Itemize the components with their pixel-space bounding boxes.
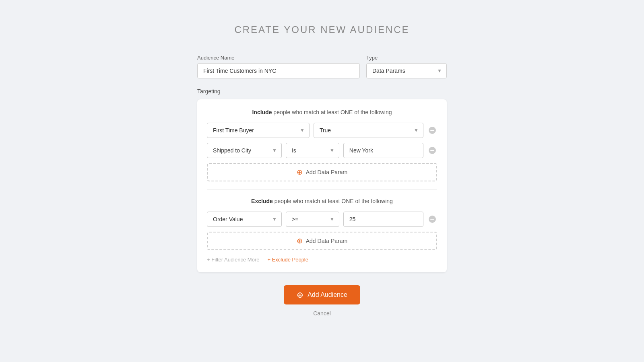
- exclude-rest: people who match at least ONE of the fol…: [273, 198, 393, 204]
- audience-name-input[interactable]: [197, 63, 360, 78]
- type-select[interactable]: Data Params CSV Upload API Sync: [366, 63, 447, 78]
- svg-rect-1: [430, 130, 434, 131]
- remove-circle-icon: [428, 146, 436, 154]
- include-rule-1: First Time Buyer Shipped to City Order V…: [207, 123, 437, 138]
- include-add-param-button[interactable]: ⊕ Add Data Param: [207, 163, 437, 181]
- include-rule-2-remove-button[interactable]: [427, 146, 437, 154]
- exclude-rule-1-param-select[interactable]: Order Value First Time Buyer Shipped to …: [207, 212, 282, 227]
- remove-circle-icon: [428, 126, 436, 134]
- targeting-footer-links: + Filter Audience More + Exclude People: [207, 257, 437, 263]
- type-label: Type: [366, 55, 447, 61]
- add-audience-button[interactable]: ⊕ Add Audience: [284, 285, 360, 304]
- remove-circle-icon: [428, 215, 436, 223]
- cancel-link[interactable]: Cancel: [313, 310, 331, 317]
- targeting-label: Targeting: [197, 88, 447, 95]
- include-rule-1-param-select[interactable]: First Time Buyer Shipped to City Order V…: [207, 123, 310, 138]
- exclude-rule-1-operator-select[interactable]: >= <= Is Is Not: [286, 212, 339, 227]
- include-rule-2: Shipped to City First Time Buyer Order V…: [207, 143, 437, 158]
- exclude-section-header: Exclude people who match at least ONE of…: [207, 198, 437, 204]
- add-audience-plus-icon: ⊕: [297, 291, 303, 299]
- include-section-header: Include people who match at least ONE of…: [207, 109, 437, 115]
- exclude-add-param-label: Add Data Param: [306, 238, 348, 244]
- exclude-rule-1: Order Value First Time Buyer Shipped to …: [207, 212, 437, 227]
- add-audience-label: Add Audience: [308, 291, 347, 298]
- include-rule-2-param-select[interactable]: Shipped to City First Time Buyer Order V…: [207, 143, 282, 158]
- exclude-add-param-plus-icon: ⊕: [297, 237, 303, 245]
- include-rule-2-value-input[interactable]: [343, 143, 423, 158]
- include-rule-1-remove-button[interactable]: [427, 126, 437, 134]
- targeting-card: Include people who match at least ONE of…: [197, 99, 447, 272]
- filter-audience-more-link[interactable]: + Filter Audience More: [207, 257, 259, 263]
- section-divider: [207, 189, 437, 190]
- exclude-add-param-button[interactable]: ⊕ Add Data Param: [207, 232, 437, 250]
- include-add-param-label: Add Data Param: [306, 169, 348, 175]
- actions-container: ⊕ Add Audience Cancel: [197, 285, 447, 317]
- exclude-people-link[interactable]: + Exclude People: [267, 257, 308, 263]
- exclude-bold: Exclude: [251, 198, 273, 204]
- exclude-rule-1-value-input[interactable]: [343, 212, 423, 227]
- svg-rect-3: [430, 150, 434, 151]
- include-rule-2-operator-select[interactable]: Is Is Not Contains: [286, 143, 339, 158]
- include-rest: people who match at least ONE of the fol…: [272, 109, 392, 115]
- include-bold: Include: [252, 109, 272, 115]
- audience-name-label: Audience Name: [197, 55, 360, 61]
- add-param-plus-icon: ⊕: [297, 169, 303, 176]
- page-title: CREATE YOUR NEW AUDIENCE: [197, 24, 447, 35]
- include-rule-1-operator-select[interactable]: True False: [314, 123, 423, 138]
- exclude-rule-1-remove-button[interactable]: [427, 215, 437, 223]
- svg-rect-5: [430, 219, 434, 220]
